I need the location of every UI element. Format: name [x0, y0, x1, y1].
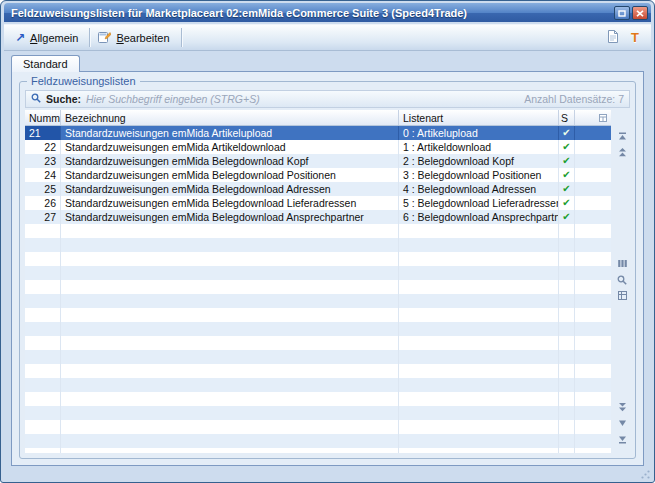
grid-customize-icon[interactable] — [599, 112, 607, 124]
table-row[interactable]: 21 Standardzuweisungen emMida Artikelupl… — [25, 126, 611, 140]
cell-filler — [575, 140, 611, 154]
allgemein-button[interactable]: ↗ Allgemein — [9, 27, 87, 48]
empty-row — [25, 280, 611, 294]
cell-filler — [575, 252, 611, 266]
app-window: Feldzuweisungslisten für Marketplaceart … — [0, 0, 655, 483]
empty-row — [25, 392, 611, 406]
table-row[interactable]: 24 Standardzuweisungen emMida Belegdownl… — [25, 168, 611, 182]
table-body: 21 Standardzuweisungen emMida Artikelupl… — [25, 126, 611, 453]
cell-nummer — [25, 224, 61, 238]
table-row[interactable]: 27 Standardzuweisungen emMida Belegdownl… — [25, 210, 611, 224]
cell-listenart — [399, 420, 559, 434]
cell-status-check — [559, 280, 575, 294]
column-chooser-icon[interactable] — [616, 258, 628, 270]
cell-nummer: 27 — [25, 210, 61, 224]
check-icon: ✔ — [559, 154, 575, 168]
cell-bezeichnung — [61, 224, 399, 238]
edit-form-icon — [98, 31, 111, 45]
cell-status-check — [559, 266, 575, 280]
toolbar-separator — [181, 28, 182, 47]
cell-filler — [575, 322, 611, 336]
cell-bezeichnung: Standardzuweisungen emMida Belegdownload… — [61, 168, 399, 182]
zoom-icon[interactable] — [616, 274, 628, 286]
toolbar-separator — [89, 28, 90, 47]
cell-status-check — [559, 392, 575, 406]
search-label: Suche: — [46, 93, 81, 105]
cell-bezeichnung: Standardzuweisungen emMida Belegdownload… — [61, 154, 399, 168]
column-header-bezeichnung[interactable]: Bezeichnung — [61, 110, 399, 125]
cell-nummer — [25, 350, 61, 364]
empty-row — [25, 224, 611, 238]
cell-listenart: 5 : Belegdownload Lieferadressen — [399, 196, 559, 210]
window-title: Feldzuweisungslisten für Marketplaceart … — [11, 7, 612, 19]
search-bar[interactable]: Suche: Hier Suchbegriff eingeben (STRG+S… — [25, 90, 630, 108]
group-label: Feldzuweisungslisten — [27, 75, 140, 87]
table-row[interactable]: 25 Standardzuweisungen emMida Belegdownl… — [25, 182, 611, 196]
column-header-s[interactable]: S — [559, 110, 575, 125]
cell-nummer — [25, 308, 61, 322]
cell-filler — [575, 308, 611, 322]
export-grid-icon[interactable] — [616, 290, 628, 302]
cell-listenart: 6 : Belegdownload Ansprechpartner — [399, 210, 559, 224]
cell-bezeichnung: Standardzuweisungen emMida Artikeldownlo… — [61, 140, 399, 154]
bearbeiten-button[interactable]: Bearbeiten — [92, 27, 178, 48]
cell-bezeichnung — [61, 336, 399, 350]
cell-nummer — [25, 434, 61, 448]
ne-arrow-icon: ↗ — [15, 32, 25, 44]
cell-filler — [575, 196, 611, 210]
cell-status-check — [559, 322, 575, 336]
text-filter-button[interactable]: T — [624, 27, 646, 48]
cell-bezeichnung — [61, 294, 399, 308]
check-icon: ✔ — [559, 168, 575, 182]
empty-row — [25, 448, 611, 453]
scroll-bottom-icon[interactable] — [616, 433, 628, 445]
cell-bezeichnung: Standardzuweisungen emMida Belegdownload… — [61, 182, 399, 196]
table-row[interactable]: 26 Standardzuweisungen emMida Belegdownl… — [25, 196, 611, 210]
cell-nummer — [25, 364, 61, 378]
cell-nummer — [25, 252, 61, 266]
table-row[interactable]: 22 Standardzuweisungen emMida Artikeldow… — [25, 140, 611, 154]
cell-bezeichnung — [61, 266, 399, 280]
cell-nummer — [25, 322, 61, 336]
document-button[interactable] — [602, 27, 624, 48]
cell-bezeichnung — [61, 364, 399, 378]
cell-listenart — [399, 448, 559, 453]
empty-row — [25, 322, 611, 336]
minimize-button[interactable] — [614, 6, 630, 20]
cell-listenart — [399, 252, 559, 266]
cell-bezeichnung — [61, 392, 399, 406]
tab-strip: Standard — [11, 55, 644, 72]
empty-row — [25, 406, 611, 420]
text-filter-icon: T — [631, 30, 639, 45]
cell-bezeichnung: Standardzuweisungen emMida Artikelupload — [61, 126, 399, 140]
cell-status-check — [559, 434, 575, 448]
empty-row — [25, 420, 611, 434]
cell-status-check — [559, 378, 575, 392]
close-button[interactable] — [632, 6, 648, 20]
cell-filler — [575, 224, 611, 238]
search-input[interactable]: Hier Suchbegriff eingeben (STRG+S) — [86, 93, 519, 105]
tab-standard[interactable]: Standard — [11, 55, 80, 72]
page-up-icon[interactable] — [616, 146, 628, 158]
cell-filler — [575, 420, 611, 434]
cell-filler — [575, 168, 611, 182]
title-bar[interactable]: Feldzuweisungslisten für Marketplaceart … — [4, 3, 651, 22]
cell-filler — [575, 392, 611, 406]
empty-row — [25, 434, 611, 448]
column-header-listenart[interactable]: Listenart — [399, 110, 559, 125]
cell-filler — [575, 448, 611, 453]
cell-filler — [575, 336, 611, 350]
cell-bezeichnung — [61, 448, 399, 453]
resize-grip[interactable] — [638, 466, 651, 479]
check-icon: ✔ — [559, 140, 575, 154]
scroll-down-icon[interactable] — [616, 417, 628, 429]
page-down-icon[interactable] — [616, 401, 628, 413]
cell-bezeichnung — [61, 252, 399, 266]
cell-listenart: 0 : Artikelupload — [399, 126, 559, 140]
table-row[interactable]: 23 Standardzuweisungen emMida Belegdownl… — [25, 154, 611, 168]
cell-listenart — [399, 350, 559, 364]
column-header-nummer[interactable]: Nummer — [25, 110, 61, 125]
cell-listenart: 1 : Artikeldownload — [399, 140, 559, 154]
scroll-top-icon[interactable] — [616, 130, 628, 142]
cell-filler — [575, 238, 611, 252]
